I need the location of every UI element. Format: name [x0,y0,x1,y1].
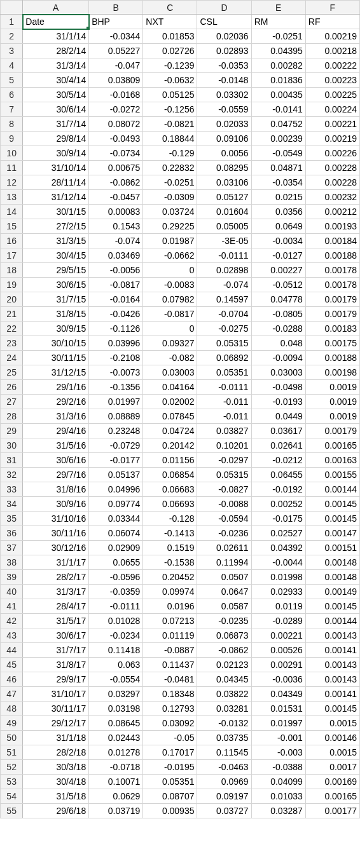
cell[interactable]: 0.0507 [197,570,251,585]
row-header[interactable]: 50 [1,731,23,745]
cell[interactable]: -0.129 [143,146,197,161]
row-header[interactable]: 32 [1,468,23,482]
row-header[interactable]: 13 [1,190,23,205]
cell[interactable]: -0.0127 [251,248,305,263]
cell[interactable]: -0.0827 [197,482,251,497]
cell[interactable]: 0.00935 [143,804,197,818]
cell[interactable]: -0.0354 [251,175,305,190]
cell[interactable]: -0.0359 [89,585,143,599]
cell[interactable]: 0.06873 [197,628,251,643]
cell[interactable]: 0.02726 [143,44,197,58]
cell[interactable]: 0.00148 [305,555,359,570]
column-header-E[interactable]: E [251,1,305,15]
row-header[interactable]: 10 [1,146,23,161]
cell[interactable]: 31/10/16 [23,512,89,526]
cell[interactable]: NXT [143,15,197,29]
cell[interactable]: 0.04778 [251,292,305,307]
cell[interactable]: 29/8/14 [23,132,89,146]
select-all-corner[interactable] [1,1,23,15]
cell[interactable]: 0.08295 [197,161,251,175]
cell[interactable]: 0.05137 [89,468,143,482]
cell[interactable]: 0.03809 [89,73,143,88]
cell[interactable]: 0.00143 [305,658,359,672]
row-header[interactable]: 28 [1,409,23,424]
cell[interactable]: 30/6/14 [23,102,89,117]
cell[interactable]: 28/4/17 [23,599,89,614]
cell[interactable]: -0.0164 [89,292,143,307]
cell[interactable]: 0.20452 [143,570,197,585]
row-header[interactable]: 41 [1,599,23,614]
cell[interactable]: 0.09106 [197,132,251,146]
cell[interactable]: 0.03617 [251,424,305,438]
cell[interactable]: -0.0275 [197,322,251,336]
cell[interactable]: Date [23,15,89,29]
cell[interactable]: 0.14597 [197,292,251,307]
cell[interactable]: 0.02933 [251,585,305,599]
cell[interactable]: 0.00141 [305,643,359,658]
cell[interactable]: -0.0212 [251,453,305,468]
cell[interactable]: 0.07845 [143,409,197,424]
cell[interactable]: -0.0289 [251,614,305,628]
cell[interactable]: 30/6/17 [23,628,89,643]
row-header[interactable]: 8 [1,117,23,132]
row-header[interactable]: 21 [1,307,23,322]
cell[interactable]: 0.01853 [143,29,197,44]
row-header[interactable]: 27 [1,395,23,409]
row-header[interactable]: 6 [1,88,23,102]
cell[interactable]: 0.1519 [143,541,197,555]
cell[interactable]: 28/2/17 [23,570,89,585]
cell[interactable]: 0.06683 [143,482,197,497]
cell[interactable]: 31/1/18 [23,731,89,745]
cell[interactable]: 0.00143 [305,628,359,643]
cell[interactable]: 0.18348 [143,687,197,702]
cell[interactable]: 0.11418 [89,643,143,658]
cell[interactable]: 29/4/16 [23,424,89,438]
cell[interactable]: -0.0177 [89,453,143,468]
cell[interactable]: 0.08707 [143,789,197,804]
cell[interactable]: 0.09197 [197,789,251,804]
cell[interactable]: 30/3/18 [23,760,89,775]
cell[interactable]: 0.17017 [143,745,197,760]
cell[interactable]: -0.0817 [143,307,197,322]
cell[interactable]: 0.05125 [143,88,197,102]
cell[interactable]: 30/9/15 [23,322,89,336]
cell[interactable]: 0.00146 [305,731,359,745]
row-header[interactable]: 39 [1,570,23,585]
cell[interactable]: 0.0969 [197,775,251,789]
cell[interactable]: -0.074 [197,278,251,292]
cell[interactable]: 27/2/15 [23,219,89,234]
cell[interactable]: 31/10/14 [23,161,89,175]
cell[interactable]: -0.0862 [197,643,251,658]
cell[interactable]: 29/1/16 [23,380,89,395]
cell[interactable]: 31/3/16 [23,409,89,424]
cell[interactable]: 0.10201 [197,438,251,453]
cell[interactable]: 30/9/16 [23,497,89,512]
cell[interactable]: 0.04752 [251,117,305,132]
cell[interactable]: -0.0426 [89,307,143,322]
cell[interactable]: 0.02893 [197,44,251,58]
cell[interactable]: 0.01156 [143,453,197,468]
cell[interactable]: 0.00149 [305,585,359,599]
cell[interactable]: 31/5/16 [23,438,89,453]
row-header[interactable]: 17 [1,248,23,263]
cell[interactable]: 28/2/18 [23,745,89,760]
row-header[interactable]: 44 [1,643,23,658]
cell[interactable]: 0.03281 [197,702,251,716]
cell[interactable]: -0.0734 [89,146,143,161]
cell[interactable]: 0.00178 [305,278,359,292]
cell[interactable]: -0.0632 [143,73,197,88]
row-header[interactable]: 42 [1,614,23,628]
cell[interactable]: 0.00147 [305,526,359,541]
cell[interactable]: 0.00179 [305,292,359,307]
row-header[interactable]: 49 [1,716,23,731]
cell[interactable]: 0.06693 [143,497,197,512]
cell[interactable]: -0.0554 [89,672,143,687]
cell[interactable]: 0 [143,263,197,278]
row-header[interactable]: 4 [1,58,23,73]
cell[interactable]: 0.0215 [251,190,305,205]
cell[interactable]: 0.00178 [305,263,359,278]
cell[interactable]: -0.047 [89,58,143,73]
cell[interactable]: -0.0288 [251,322,305,336]
cell[interactable]: -0.0493 [89,132,143,146]
row-header[interactable]: 51 [1,745,23,760]
